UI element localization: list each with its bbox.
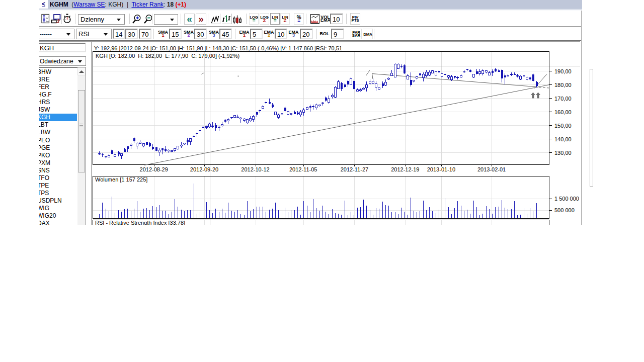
svg-text:2013-02-01: 2013-02-01 [477,166,506,172]
svg-text:KGH [O: 182,00 H: 182,00 L:: KGH [O: 182,00 H: 182,00 L: 177,90 C: 17… [96,53,239,59]
svg-text:130,00: 130,00 [554,150,572,156]
svg-text:180,00: 180,00 [554,82,572,88]
svg-text:2013-01-10: 2013-01-10 [427,166,455,172]
svg-text:190,00: 190,00 [554,68,572,74]
svg-text:2012-12-19: 2012-12-19 [391,166,419,172]
svg-text:500 000: 500 000 [554,207,575,213]
svg-text:150,00: 150,00 [554,123,572,129]
svg-text:140,00: 140,00 [554,136,572,142]
svg-text:Wolumen [1 157 225]: Wolumen [1 157 225] [95,176,147,183]
svg-text:170,00: 170,00 [554,96,572,102]
svg-text:RSI - Relative Strength Index: RSI - Relative Strength Index [33,78] [95,220,185,225]
svg-text:2012-08-29: 2012-08-29 [140,166,168,172]
svg-text:2012-11-27: 2012-11-27 [341,166,368,172]
svg-text:1 500 000: 1 500 000 [554,196,579,202]
svg-text:2012-09-20: 2012-09-20 [190,166,218,172]
svg-text:160,00: 160,00 [554,109,572,115]
svg-text:2012-11-05: 2012-11-05 [289,166,317,172]
svg-text:2012-10-12: 2012-10-12 [241,166,269,172]
